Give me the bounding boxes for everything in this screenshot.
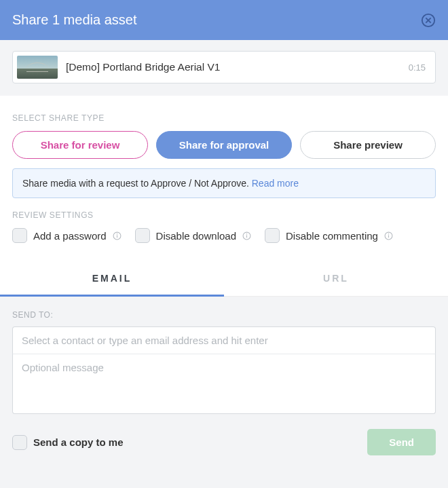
send-to-label: SEND TO: [12,310,436,320]
disable-commenting-label: Disable commenting [286,230,378,242]
share-config: SELECT SHARE TYPE Share for review Share… [0,96,448,259]
message-input[interactable] [12,354,436,414]
share-for-review-button[interactable]: Share for review [12,131,148,159]
add-password-label: Add a password [33,230,107,242]
review-settings-label: REVIEW SETTINGS [12,210,436,220]
recipient-input[interactable] [12,326,436,354]
email-panel: SEND TO: Send a copy to me Send [0,297,448,488]
svg-point-5 [117,233,117,234]
close-button[interactable] [421,13,436,28]
disable-download-option: Disable download [135,228,251,243]
share-type-info-text: Share media with a request to Approve / … [22,178,252,189]
info-icon[interactable] [384,231,393,240]
delivery-tabs: EMAIL URL [0,259,448,297]
modal-title: Share 1 media asset [12,12,136,28]
send-button[interactable]: Send [367,429,436,455]
disable-commenting-option: Disable commenting [265,228,393,243]
svg-point-8 [246,233,247,234]
info-icon[interactable] [113,231,122,240]
review-settings-row: Add a password Disable download Disable … [12,228,436,243]
asset-duration: 0:15 [409,62,426,73]
share-preview-button[interactable]: Share preview [300,131,436,159]
email-footer: Send a copy to me Send [12,429,436,455]
asset-thumbnail [17,56,58,79]
read-more-link[interactable]: Read more [252,178,299,189]
send-copy-option: Send a copy to me [12,435,124,450]
asset-section: [Demo] Portland Bridge Aerial V1 0:15 [0,40,448,96]
disable-download-label: Disable download [156,230,236,242]
add-password-option: Add a password [12,228,122,243]
modal-header: Share 1 media asset [0,0,448,40]
share-for-approval-button[interactable]: Share for approval [156,131,292,159]
send-copy-label: Send a copy to me [33,436,124,448]
tab-url[interactable]: URL [224,259,448,296]
tab-email[interactable]: EMAIL [0,259,224,297]
share-type-label: SELECT SHARE TYPE [12,113,436,123]
send-copy-checkbox[interactable] [12,435,27,450]
disable-commenting-checkbox[interactable] [265,228,280,243]
share-modal: Share 1 media asset [Demo] Portland Brid… [0,0,448,488]
info-icon[interactable] [242,231,251,240]
asset-name: [Demo] Portland Bridge Aerial V1 [66,61,409,73]
add-password-checkbox[interactable] [12,228,27,243]
share-type-group: Share for review Share for approval Shar… [12,131,436,159]
asset-card: [Demo] Portland Bridge Aerial V1 0:15 [12,51,436,83]
svg-point-11 [388,233,389,234]
disable-download-checkbox[interactable] [135,228,150,243]
share-type-info: Share media with a request to Approve / … [12,168,436,198]
close-icon [421,13,436,28]
